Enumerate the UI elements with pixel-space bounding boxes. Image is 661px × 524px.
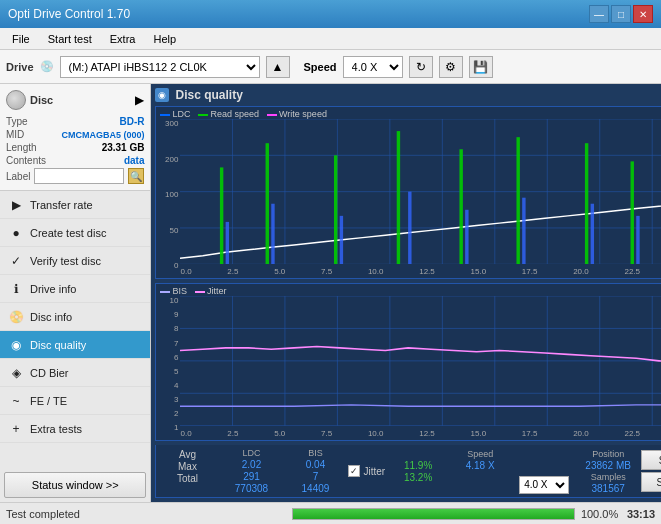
jitter-stats: 11.9% 13.2% [393,459,443,483]
disc-quality-icon: ◉ [8,337,24,353]
svg-rect-21 [637,216,640,264]
nav-items: ▶ Transfer rate ● Create test disc ✓ Ver… [0,191,150,468]
content-area: ◉ Disc quality LDC Read speed Write spee… [151,84,661,502]
time-display: 33:13 [627,508,655,520]
row-labels-col: Avg Max Total [162,448,212,494]
bottom-chart-x-labels: 0.0 2.5 5.0 7.5 10.0 12.5 15.0 17.5 20.0… [180,429,661,438]
disc-mid-value: CMCMAGBA5 (000) [61,130,144,140]
avg-ldc: 2.02 [226,459,276,470]
title-bar: Opti Drive Control 1.70 — □ ✕ [0,0,661,28]
nav-disc-info-label: Disc info [30,311,72,323]
max-bis: 7 [290,471,340,482]
disc-arrow-icon[interactable]: ▶ [135,93,144,107]
menu-start-test[interactable]: Start test [40,31,100,47]
max-ldc: 291 [226,471,276,482]
top-chart: LDC Read speed Write speed 300 200 100 5… [155,106,661,279]
disc-label-button[interactable]: 🔍 [128,168,144,184]
extra-tests-icon: + [8,421,24,437]
content-title-icon: ◉ [155,88,169,102]
progress-bar [292,508,574,520]
svg-rect-18 [466,210,469,264]
sidebar-item-verify-test-disc[interactable]: ✓ Verify test disc [0,247,150,275]
jitter-label: Jitter [363,466,385,477]
speed-select[interactable]: 4.0 X [343,56,403,78]
refresh-button[interactable]: ↻ [409,56,433,78]
sidebar-item-fe-te[interactable]: ~ FE / TE [0,387,150,415]
avg-bis: 0.04 [290,459,340,470]
top-chart-x-labels: 0.0 2.5 5.0 7.5 10.0 12.5 15.0 17.5 20.0… [180,267,661,276]
svg-rect-28 [585,143,588,264]
nav-cd-bier-label: CD Bier [30,367,69,379]
menu-bar: File Start test Extra Help [0,28,661,50]
action-buttons: Start full Start part [641,450,661,492]
disc-type-label: Type [6,116,28,127]
svg-rect-15 [272,204,275,265]
config-button[interactable]: ⚙ [439,56,463,78]
sidebar-item-extra-tests[interactable]: + Extra tests [0,415,150,443]
disc-contents-value: data [124,155,145,166]
status-window-button[interactable]: Status window >> [4,472,146,498]
sidebar-item-create-test-disc[interactable]: ● Create test disc [0,219,150,247]
disc-label-input[interactable] [34,168,124,184]
status-text: Test completed [6,508,286,520]
menu-help[interactable]: Help [145,31,184,47]
ldc-bis-stats: Avg Max Total LDC 2.02 291 770308 BIS 0.… [162,448,340,494]
svg-rect-16 [340,216,343,264]
verify-test-disc-icon: ✓ [8,253,24,269]
eject-button[interactable]: ▲ [266,56,290,78]
total-bis: 14409 [290,483,340,494]
sidebar-item-transfer-rate[interactable]: ▶ Transfer rate [0,191,150,219]
nav-verify-test-label: Verify test disc [30,255,101,267]
nav-disc-quality-label: Disc quality [30,339,86,351]
sidebar: Disc ▶ Type BD-R MID CMCMAGBA5 (000) Len… [0,84,151,502]
speed-value: 4.18 X [455,460,505,471]
content-header: ◉ Disc quality [155,88,661,102]
close-button[interactable]: ✕ [633,5,653,23]
disc-label-label: Label [6,171,30,182]
menu-file[interactable]: File [4,31,38,47]
sidebar-item-disc-info[interactable]: 📀 Disc info [0,303,150,331]
cd-bier-icon: ◈ [8,365,24,381]
speed-col: Speed 4.18 X [455,449,505,494]
window-controls: — □ ✕ [589,5,653,23]
speed-select-stats[interactable]: 4.0 X [519,476,569,494]
progress-bar-fill [293,509,573,519]
sidebar-item-disc-quality[interactable]: ◉ Disc quality [0,331,150,359]
disc-type-value: BD-R [119,116,144,127]
bottom-chart-svg [180,296,661,426]
svg-rect-17 [409,192,412,265]
bottom-chart-legend: BIS Jitter [160,286,226,296]
total-label: Total [162,473,212,484]
minimize-button[interactable]: — [589,5,609,23]
start-part-button[interactable]: Start part [641,472,661,492]
disc-length-value: 23.31 GB [102,142,145,153]
position-value: 23862 MB [583,460,633,471]
svg-rect-27 [517,137,520,264]
speed-label: Speed [304,61,337,73]
disc-panel: Disc ▶ Type BD-R MID CMCMAGBA5 (000) Len… [0,84,150,191]
stats-bar: Avg Max Total LDC 2.02 291 770308 BIS 0.… [155,445,661,498]
nav-create-test-label: Create test disc [30,227,106,239]
save-button[interactable]: 💾 [469,56,493,78]
content-title: Disc quality [175,88,242,102]
max-jitter: 13.2% [393,472,443,483]
sidebar-item-cd-bier[interactable]: ◈ CD Bier [0,359,150,387]
jitter-col: 11.9% 13.2% [393,459,443,483]
disc-section-title: Disc [30,94,53,106]
top-chart-y-left: 300 200 100 50 0 [156,119,178,270]
drive-select[interactable]: (M:) ATAPI iHBS112 2 CL0K [60,56,260,78]
progress-label: 100.0% [581,508,621,520]
svg-rect-26 [460,149,463,264]
drive-icon: 💿 [40,60,54,73]
maximize-button[interactable]: □ [611,5,631,23]
start-full-button[interactable]: Start full [641,450,661,470]
menu-extra[interactable]: Extra [102,31,144,47]
avg-jitter: 11.9% [393,460,443,471]
bis-col: BIS 0.04 7 14409 [290,448,340,494]
drive-info-icon: ℹ [8,281,24,297]
jitter-checkbox[interactable]: ✓ [348,465,360,477]
main-area: Disc ▶ Type BD-R MID CMCMAGBA5 (000) Len… [0,84,661,502]
nav-drive-info-label: Drive info [30,283,76,295]
svg-rect-25 [397,131,400,264]
sidebar-item-drive-info[interactable]: ℹ Drive info [0,275,150,303]
